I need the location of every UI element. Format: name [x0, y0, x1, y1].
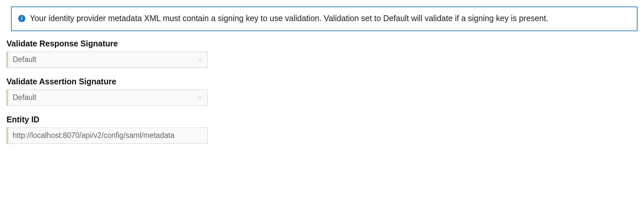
validate-assertion-signature-group: Validate Assertion Signature Default [6, 77, 638, 106]
info-alert: i Your identity provider metadata XML mu… [11, 6, 638, 31]
validate-response-signature-label: Validate Response Signature [6, 39, 638, 48]
validate-response-signature-value: Default [13, 55, 36, 64]
validate-response-signature-select-wrapper: Default [6, 52, 208, 68]
validate-assertion-signature-select[interactable]: Default [8, 90, 208, 106]
entity-id-label: Entity ID [6, 115, 638, 124]
validate-assertion-signature-label: Validate Assertion Signature [6, 77, 638, 86]
entity-id-group: Entity ID [6, 115, 638, 144]
validate-assertion-signature-value: Default [13, 93, 36, 102]
chevron-down-icon [198, 58, 202, 61]
entity-id-input-wrapper [6, 128, 208, 144]
validate-response-signature-select[interactable]: Default [8, 52, 208, 68]
entity-id-input[interactable] [8, 128, 208, 144]
chevron-down-icon [198, 96, 202, 99]
validate-assertion-signature-select-wrapper: Default [6, 90, 208, 106]
validate-response-signature-group: Validate Response Signature Default [6, 39, 638, 68]
info-alert-text: Your identity provider metadata XML must… [30, 12, 630, 25]
info-icon: i [18, 15, 25, 22]
